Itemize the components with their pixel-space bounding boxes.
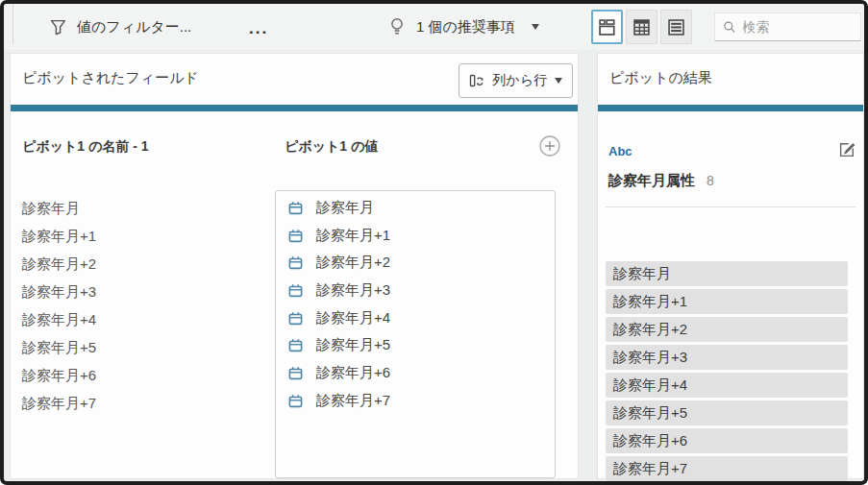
search-box <box>714 12 861 41</box>
chevron-down-icon <box>532 24 539 30</box>
result-row[interactable]: 診察年月+7 <box>606 456 848 481</box>
pivot-name-item[interactable]: 診察年月+4 <box>22 305 96 333</box>
pivot-values-list: 診察年月 診察年月+1 <box>276 194 555 415</box>
pivot-value-label: 診察年月+3 <box>316 281 390 300</box>
pivot-direction-label: 列から行 <box>492 72 547 89</box>
pivot-name-item[interactable]: 診察年月+6 <box>22 361 96 389</box>
profile-layout-icon <box>599 19 615 36</box>
pivot-value-item[interactable]: 診察年月+2 <box>276 249 555 277</box>
pivot-step-screen: 値のフィルター... ... 1 個の推奨事項 <box>0 0 868 485</box>
pivot-names-column-title: ピボット1 の名前 - 1 <box>22 138 149 156</box>
pivoted-fields-panel: ピボットされたフィールド 列から行 ピボット1 の名前 - 1 ピボット1 の値 <box>10 53 579 479</box>
pivot-values-column-title: ピボット1 の値 <box>285 138 378 156</box>
search-icon <box>723 19 736 35</box>
pivot-values-dropzone[interactable]: 診察年月 診察年月+1 <box>275 190 556 478</box>
add-pivot-button[interactable] <box>538 134 561 158</box>
calendar-date-icon <box>288 394 303 408</box>
pivoted-fields-title: ピボットされたフィールド <box>22 69 199 87</box>
data-grid-icon <box>633 19 650 36</box>
value-filter-label: 値のフィルター... <box>77 18 191 36</box>
edit-field-icon[interactable] <box>838 140 856 158</box>
field-card-divider <box>606 206 856 207</box>
pivot-name-item[interactable]: 診察年月+5 <box>22 333 96 361</box>
view-toggle-list[interactable] <box>660 10 692 44</box>
view-toggle-group <box>591 10 692 44</box>
result-row[interactable]: 診察年月+3 <box>606 345 848 370</box>
list-view-icon <box>668 19 684 36</box>
calendar-date-icon <box>288 366 303 380</box>
view-toggle-profile-pane[interactable] <box>591 10 623 44</box>
pivot-value-label: 診察年月+1 <box>316 227 390 245</box>
calendar-date-icon <box>288 338 303 352</box>
pivot-results-title: ピボットの結果 <box>609 69 712 87</box>
pivot-names-list: 診察年月 診察年月+1 診察年月+2 診察年月+3 診察年月+4 診察年月+5 … <box>22 194 96 417</box>
calendar-date-icon <box>288 229 303 243</box>
pivot-value-item[interactable]: 診察年月+7 <box>276 387 555 415</box>
pivot-name-item[interactable]: 診察年月+7 <box>22 389 96 417</box>
result-row[interactable]: 診察年月+4 <box>606 373 848 398</box>
field-type-badge[interactable]: Abc <box>608 144 632 158</box>
pivot-value-item[interactable]: 診察年月+5 <box>276 331 555 359</box>
field-name: 診察年月属性 <box>608 172 695 190</box>
toolbar: 値のフィルター... ... 1 個の推奨事項 <box>4 4 864 50</box>
calendar-date-icon <box>288 283 303 298</box>
pivot-value-item[interactable]: 診察年月+3 <box>276 277 555 304</box>
calendar-date-icon <box>288 311 303 326</box>
calendar-date-icon <box>288 201 303 215</box>
pivot-name-item[interactable]: 診察年月+2 <box>22 250 96 278</box>
pivot-value-label: 診察年月+4 <box>316 309 390 327</box>
result-row[interactable]: 診察年月+5 <box>606 400 848 425</box>
pivot-value-item[interactable]: 診察年月+1 <box>276 222 555 250</box>
pivot-value-item[interactable]: 診察年月+6 <box>276 359 555 387</box>
chevron-down-icon <box>555 78 562 84</box>
result-row[interactable]: 診察年月+6 <box>606 428 848 453</box>
pivot-direction-button[interactable]: 列から行 <box>459 63 573 98</box>
pivot-name-item[interactable]: 診察年月+3 <box>22 278 96 305</box>
pivot-value-label: 診察年月+2 <box>316 254 390 272</box>
pivot-results-list: 診察年月 診察年月+1 診察年月+2 診察年月+3 診察年月+4 診察年月+5 … <box>606 261 848 484</box>
lightbulb-icon <box>388 17 406 36</box>
filter-funnel-icon <box>50 19 66 36</box>
value-filter-button[interactable]: 値のフィルター... <box>50 4 191 50</box>
pivot-value-label: 診察年月+6 <box>316 364 390 382</box>
recommendations-label: 1 個の推奨事項 <box>416 18 515 36</box>
field-name-row: 診察年月属性 8 <box>608 172 714 190</box>
result-row[interactable]: 診察年月+1 <box>606 289 848 314</box>
recommendations-dropdown[interactable]: 1 個の推奨事項 <box>388 4 539 50</box>
more-options-button[interactable]: ... <box>249 6 268 52</box>
result-row[interactable]: 診察年月+2 <box>606 317 848 342</box>
pivot-name-item[interactable]: 診察年月 <box>22 194 96 222</box>
toolbar-divider <box>12 4 13 44</box>
pivot-value-label: 診察年月 <box>316 199 374 217</box>
accent-bar <box>598 105 863 111</box>
pivot-value-label: 診察年月+7 <box>316 392 390 410</box>
search-input[interactable] <box>743 19 853 35</box>
view-toggle-data-grid[interactable] <box>626 10 657 44</box>
result-row[interactable]: 診察年月 <box>606 261 848 286</box>
accent-bar <box>11 105 578 111</box>
pivot-results-panel: ピボットの結果 Abc 診察年月属性 8 診察年月 診察年月+1 診察年月+2 … <box>597 53 864 479</box>
pivot-value-item[interactable]: 診察年月+4 <box>276 304 555 332</box>
pivot-value-item[interactable]: 診察年月 <box>276 194 555 222</box>
field-value-count: 8 <box>707 173 714 188</box>
calendar-date-icon <box>288 255 303 270</box>
pivot-name-item[interactable]: 診察年月+1 <box>22 222 96 250</box>
pivot-value-label: 診察年月+5 <box>316 336 390 354</box>
pivot-columns-to-rows-icon <box>469 73 484 88</box>
